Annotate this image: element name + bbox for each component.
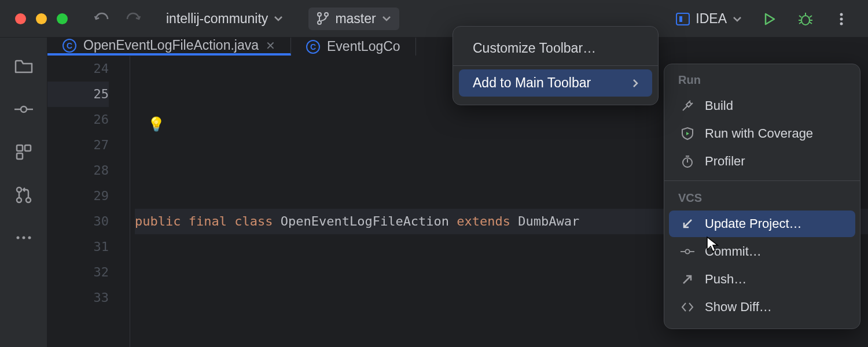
branch-icon [317,12,329,25]
line-number: 30 [47,209,109,234]
run-button[interactable] [758,8,781,31]
window-controls [0,13,68,24]
menu-item-run-coverage[interactable]: Run with Coverage [669,120,855,147]
more-button[interactable] [830,8,853,31]
titlebar: intellij-community master IDEA [0,0,868,38]
menu-separator [664,180,860,181]
svg-rect-3 [676,13,689,25]
folder-icon [14,58,33,75]
line-number: 32 [47,260,109,285]
svg-point-20 [28,237,31,239]
undo-button[interactable] [91,7,114,30]
left-tool-rail [0,38,47,347]
context-menu: Customize Toolbar… Add to Main Toolbar [453,26,659,105]
project-tool-button[interactable] [11,54,36,79]
project-selector[interactable]: intellij-community [158,8,291,30]
app-icon [676,13,690,25]
svg-point-7 [840,17,843,20]
menu-item-label: Profiler [705,154,745,169]
line-number: 26 [47,107,109,132]
redo-button[interactable] [121,7,144,30]
svg-point-15 [17,187,21,192]
java-class-icon: C [62,39,76,53]
menu-item-label: Add to Main Toolbar [473,75,591,91]
svg-point-19 [22,237,25,239]
close-icon[interactable]: ✕ [266,39,275,53]
commit-tool-button[interactable] [11,97,36,122]
menu-item-label: Show Diff… [705,300,772,315]
window-minimize-button[interactable] [36,13,47,24]
svg-point-17 [26,198,31,202]
svg-point-9 [21,106,27,112]
svg-point-0 [318,13,321,16]
line-number: 24 [47,56,109,82]
menu-item-profiler[interactable]: Profiler [669,148,855,175]
profiler-icon [681,154,694,168]
line-number: 29 [47,183,109,209]
more-horizontal-icon [16,235,32,240]
line-number: 25 [47,82,109,107]
pull-requests-tool-button[interactable] [11,182,36,208]
line-number: 33 [47,285,109,311]
window-maximize-button[interactable] [57,13,68,24]
menu-separator [453,65,658,66]
line-number: 31 [47,234,109,260]
chevron-down-icon [733,16,742,22]
submenu: Run Build Run with Coverage Profiler VCS… [664,64,860,329]
arrow-down-left-icon [681,217,694,231]
menu-item-label: Build [705,98,733,113]
branch-selector[interactable]: master [308,8,399,30]
menu-item-build[interactable]: Build [669,93,855,119]
menu-item-show-diff[interactable]: Show Diff… [669,294,855,320]
chevron-down-icon [274,16,283,21]
diff-icon [681,300,694,314]
commit-icon [681,245,694,259]
menu-item-customize-toolbar[interactable]: Customize Toolbar… [459,35,652,62]
structure-icon [16,144,32,160]
run-config-selector[interactable]: IDEA [669,9,749,29]
branch-name: master [335,11,376,27]
project-name: intellij-community [166,11,268,27]
arrow-up-right-icon [681,272,694,286]
menu-item-label: Update Project… [705,216,802,231]
tab-label: EventLogCo [327,39,400,54]
hammer-icon [681,99,694,113]
svg-point-8 [840,22,843,25]
menu-item-commit[interactable]: Commit… [669,238,855,265]
run-config-name: IDEA [696,11,727,27]
menu-section-run: Run [664,69,860,91]
structure-tool-button[interactable] [11,139,36,165]
gutter: 24 25 26 27 28 29 30 31 32 33 [47,56,130,347]
line-number: 28 [47,158,109,183]
menu-item-add-to-main-toolbar[interactable]: Add to Main Toolbar [459,69,652,97]
svg-rect-13 [25,145,31,151]
debug-button[interactable] [794,8,817,31]
svg-rect-4 [679,16,682,22]
titlebar-right: IDEA [669,0,868,38]
menu-item-label: Run with Coverage [705,126,813,141]
java-class-icon: C [306,40,320,54]
svg-point-2 [318,21,321,24]
menu-item-label: Commit… [705,244,762,259]
svg-point-16 [17,198,21,202]
svg-point-18 [16,237,19,239]
svg-rect-14 [17,153,23,159]
menu-section-vcs: VCS [664,187,860,209]
chevron-down-icon [382,16,391,21]
menu-item-update-project[interactable]: Update Project… [669,211,855,237]
svg-point-5 [801,16,810,25]
svg-rect-12 [17,145,23,151]
shield-play-icon [681,127,694,141]
svg-point-6 [840,13,843,16]
menu-item-push[interactable]: Push… [669,266,855,293]
editor-tab-active[interactable]: C OpenEventLogFileAction.java ✕ [47,38,291,56]
window-close-button[interactable] [15,13,26,24]
pull-request-icon [16,186,32,204]
svg-point-22 [685,249,689,253]
svg-point-1 [325,13,328,16]
editor-tab[interactable]: C EventLogCo [291,38,416,56]
commit-icon [14,105,33,114]
tab-label: OpenEventLogFileAction.java [83,38,259,53]
more-tools-button[interactable] [11,225,36,250]
intention-bulb-icon[interactable]: 💡 [148,112,165,137]
